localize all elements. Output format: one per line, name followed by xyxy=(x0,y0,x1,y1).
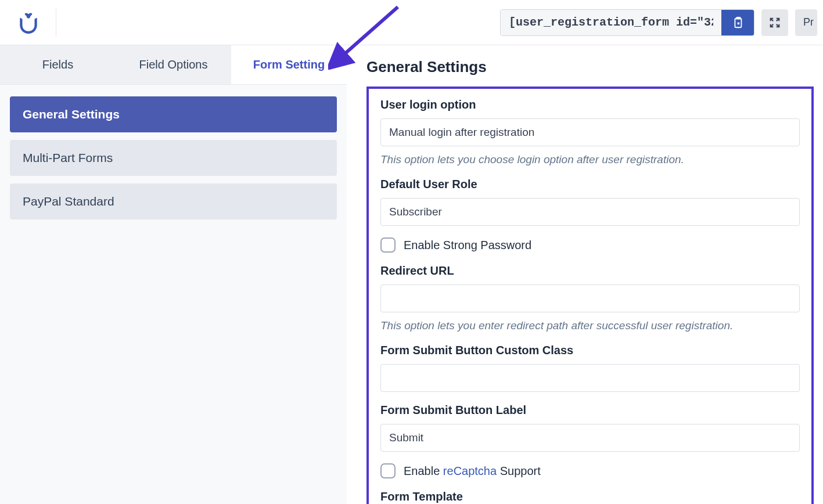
settings-highlighted-box: User login option This option lets you c… xyxy=(366,87,814,504)
redirect-url-input[interactable] xyxy=(380,285,800,312)
form-template-label: Form Template xyxy=(380,490,800,503)
user-login-option-label: User login option xyxy=(380,98,800,111)
enable-recaptcha-label: Enable reCaptcha Support xyxy=(404,465,541,478)
user-login-option-select[interactable] xyxy=(380,118,800,146)
redirect-url-group: Redirect URL This option lets you enter … xyxy=(380,264,800,332)
default-user-role-label: Default User Role xyxy=(380,178,800,191)
main-panel: General Settings User login option This … xyxy=(347,45,823,504)
recaptcha-link[interactable]: reCaptcha xyxy=(443,465,497,477)
app-logo[interactable] xyxy=(6,5,51,40)
user-login-option-group: User login option This option lets you c… xyxy=(380,98,800,166)
button-label-group: Form Submit Button Label xyxy=(380,404,800,452)
button-label-label: Form Submit Button Label xyxy=(380,404,800,417)
custom-class-group: Form Submit Button Custom Class xyxy=(380,344,800,392)
app-header: Pr xyxy=(0,0,823,45)
fullscreen-icon xyxy=(768,16,781,29)
tabs: Fields Field Options Form Setting xyxy=(0,45,347,85)
page-title: General Settings xyxy=(366,58,814,76)
clipboard-icon xyxy=(731,16,744,29)
copy-shortcode-button[interactable] xyxy=(721,10,754,35)
header-right: Pr xyxy=(500,9,817,36)
sidebar-item-multi-part-forms[interactable]: Multi-Part Forms xyxy=(10,140,337,176)
enable-strong-password-label: Enable Strong Password xyxy=(404,239,531,252)
sidebar-item-paypal-standard[interactable]: PayPal Standard xyxy=(10,183,337,219)
shortcode-container xyxy=(500,9,754,36)
content-area: Fields Field Options Form Setting Genera… xyxy=(0,45,823,504)
enable-recaptcha-checkbox[interactable] xyxy=(380,463,396,478)
custom-class-input[interactable] xyxy=(380,364,800,392)
form-template-group: Form Template xyxy=(380,490,800,503)
button-label-input[interactable] xyxy=(380,424,800,452)
enable-strong-password-row: Enable Strong Password xyxy=(380,237,800,253)
enable-recaptcha-row: Enable reCaptcha Support xyxy=(380,463,800,478)
redirect-url-label: Redirect URL xyxy=(380,264,800,278)
enable-strong-password-checkbox[interactable] xyxy=(380,237,396,253)
tab-form-setting[interactable]: Form Setting xyxy=(231,45,347,84)
tab-field-options[interactable]: Field Options xyxy=(116,45,231,84)
default-user-role-group: Default User Role xyxy=(380,178,800,226)
sidebar-nav: General Settings Multi-Part Forms PayPal… xyxy=(0,85,347,239)
divider xyxy=(56,9,56,37)
default-user-role-select[interactable] xyxy=(380,198,800,226)
shortcode-input[interactable] xyxy=(501,10,721,35)
sidebar: Fields Field Options Form Setting Genera… xyxy=(0,45,347,504)
tab-fields[interactable]: Fields xyxy=(0,45,116,84)
user-login-option-help: This option lets you choose login option… xyxy=(380,153,800,166)
preview-button[interactable]: Pr xyxy=(795,9,817,36)
sidebar-item-general-settings[interactable]: General Settings xyxy=(10,96,337,132)
fullscreen-button[interactable] xyxy=(761,9,788,36)
redirect-url-help: This option lets you enter redirect path… xyxy=(380,319,800,332)
custom-class-label: Form Submit Button Custom Class xyxy=(380,344,800,357)
header-left xyxy=(6,0,61,45)
